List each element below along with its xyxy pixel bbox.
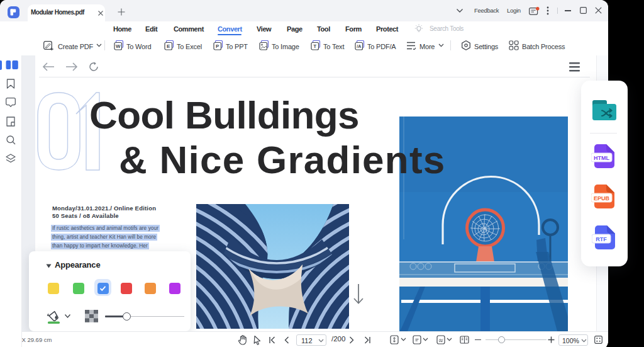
- svg-text:E: E: [167, 43, 170, 49]
- svg-text:P: P: [216, 43, 219, 49]
- svg-text:EPUB: EPUB: [594, 195, 610, 202]
- svg-text:RTF: RTF: [596, 236, 607, 242]
- svg-text:T: T: [313, 43, 316, 49]
- svg-text:HTML: HTML: [594, 155, 609, 161]
- svg-text:W: W: [116, 43, 121, 49]
- svg-text:/A: /A: [357, 44, 361, 48]
